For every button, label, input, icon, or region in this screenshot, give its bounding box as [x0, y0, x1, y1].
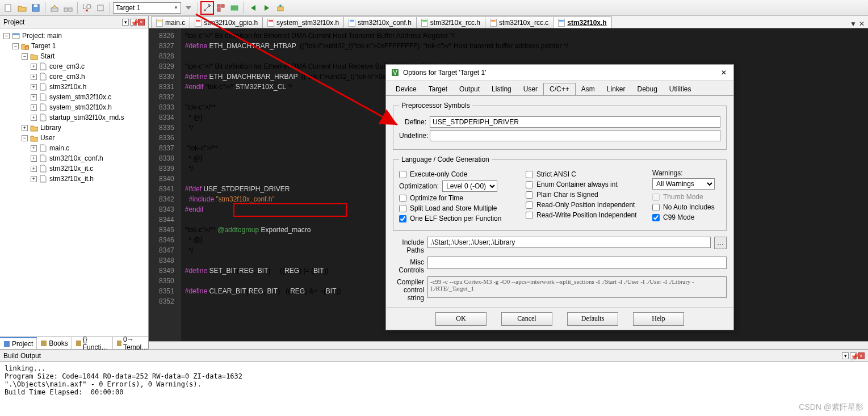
enum-int-checkbox[interactable] [526, 181, 533, 188]
pin-icon[interactable]: 📌 [850, 352, 857, 359]
tree-twist-icon[interactable]: + [31, 84, 37, 90]
build-output-text[interactable]: linking... Program Size: Code=1044 RO-da… [0, 362, 868, 409]
tree-root[interactable]: −Project: main [0, 31, 148, 41]
code-line[interactable]: #define ETH_DMACHTBAR_HTBAP (("tok-t">ui… [181, 41, 868, 51]
tree-twist-icon[interactable]: + [31, 166, 37, 172]
tree-file[interactable]: +system_stm32f10x.h [0, 102, 148, 112]
tree-group-library[interactable]: +Library [0, 123, 148, 133]
target-select[interactable]: Target 1▼ [113, 2, 181, 14]
close-icon[interactable]: ✕ [719, 68, 729, 78]
defaults-button[interactable]: Defaults [567, 312, 618, 326]
dialog-tab-user[interactable]: User [517, 83, 544, 95]
file-tab[interactable]: stm32f10x_conf.h [343, 16, 417, 28]
manage-icon[interactable] [215, 2, 227, 14]
rw-pi-checkbox[interactable] [526, 212, 533, 219]
one-elf-checkbox[interactable] [399, 215, 406, 222]
tree-file[interactable]: +core_cm3.h [0, 72, 148, 82]
bottom-tab[interactable]: Books [37, 337, 72, 349]
ro-pi-checkbox[interactable] [526, 201, 533, 209]
tree-twist-icon[interactable]: + [31, 94, 37, 100]
browse-include-button[interactable]: … [714, 237, 727, 249]
optimization-select[interactable]: Level 0 (-O0) [442, 180, 497, 192]
new-icon[interactable] [2, 2, 15, 14]
tree-twist-icon[interactable]: + [22, 125, 28, 131]
options-button[interactable] [201, 2, 213, 14]
tree-file[interactable]: +system_stm32f10x.c [0, 92, 148, 102]
dialog-tab-cc[interactable]: C/C++ [543, 83, 576, 95]
load-icon[interactable]: LOAD [81, 2, 93, 14]
dialog-titlebar[interactable]: V Options for Target 'Target 1' ✕ [386, 65, 733, 81]
editor-h-scrollbar[interactable] [149, 341, 868, 349]
tree-file[interactable]: +stm32f10x_it.h [0, 174, 148, 184]
plain-char-checkbox[interactable] [526, 191, 533, 199]
cancel-button[interactable]: Cancel [501, 312, 552, 326]
erase-icon[interactable] [94, 2, 107, 14]
code-line[interactable]: "tok-c">/* Bit definition for Ethernet D… [181, 31, 868, 41]
tree-target[interactable]: −Target 1 [0, 41, 148, 51]
bottom-tab[interactable]: {} Functi… [72, 337, 114, 349]
run-icon[interactable] [247, 2, 259, 14]
strict-ansi-checkbox[interactable] [526, 171, 533, 178]
dropdown-icon[interactable]: ▾ [842, 352, 849, 359]
file-tab[interactable]: stm32f10x_gpio.h [190, 16, 263, 28]
dialog-tab-utilities[interactable]: Utilities [663, 83, 698, 95]
tree-twist-icon[interactable]: + [31, 145, 37, 152]
rebuild-icon[interactable] [62, 2, 74, 14]
split-load-checkbox[interactable] [399, 205, 406, 212]
tree-twist-icon[interactable]: + [31, 74, 37, 80]
tree-file[interactable]: +stm32f10x_conf.h [0, 153, 148, 163]
c99-checkbox[interactable] [652, 214, 660, 221]
tree-twist-icon[interactable]: − [22, 53, 28, 60]
tree-file[interactable]: +core_cm3.c [0, 61, 148, 72]
dialog-tab-target[interactable]: Target [422, 83, 454, 95]
undefine-input[interactable] [430, 130, 720, 141]
file-tab[interactable]: system_stm32f10x.h [262, 16, 344, 28]
tree-twist-icon[interactable]: + [31, 156, 37, 162]
bottom-tab[interactable]: 0→ Templ… [113, 337, 154, 349]
debug-icon[interactable] [274, 2, 287, 14]
tree-twist-icon[interactable]: − [12, 43, 19, 49]
file-tab[interactable]: main.c [151, 16, 190, 28]
tree-twist-icon[interactable]: + [31, 176, 37, 182]
misc-controls-input[interactable] [427, 257, 727, 269]
close-icon[interactable]: ✕ [859, 20, 865, 28]
tree-twist-icon[interactable]: − [22, 135, 28, 141]
tree-twist-icon[interactable]: − [3, 33, 10, 39]
file-tab[interactable]: stm32f10x_rcc.c [485, 16, 553, 28]
tree-group-start[interactable]: −Start [0, 51, 148, 61]
exec-only-checkbox[interactable] [399, 171, 406, 178]
save-icon[interactable] [30, 2, 42, 14]
tree-file[interactable]: +stm32f10x_it.c [0, 163, 148, 174]
warnings-select[interactable]: All Warnings [652, 178, 715, 190]
close-icon[interactable]: × [858, 352, 865, 359]
tree-twist-icon[interactable]: + [31, 115, 37, 121]
tree-group-user[interactable]: −User [0, 133, 148, 143]
project-tree[interactable]: −Project: main−Target 1−Start+core_cm3.c… [0, 28, 148, 337]
close-icon[interactable]: × [138, 19, 145, 26]
dropdown-icon[interactable]: ▼ [850, 20, 857, 28]
define-input[interactable] [430, 116, 720, 128]
config-icon[interactable] [228, 2, 241, 14]
file-tab[interactable]: stm32f10x.h [553, 16, 611, 28]
tree-file[interactable]: +main.c [0, 143, 148, 153]
dialog-tab-asm[interactable]: Asm [575, 83, 601, 95]
ok-button[interactable]: OK [435, 312, 487, 326]
dialog-tab-debug[interactable]: Debug [631, 83, 663, 95]
include-paths-input[interactable] [427, 237, 711, 248]
no-auto-includes-checkbox[interactable] [652, 204, 660, 211]
tree-file[interactable]: +stm32f10x.h [0, 82, 148, 92]
dialog-tab-device[interactable]: Device [389, 83, 423, 95]
open-icon[interactable] [16, 2, 28, 14]
stop-icon[interactable] [261, 2, 273, 14]
file-tab[interactable]: stm32f10x_rcc.h [416, 16, 485, 28]
dialog-tab-listing[interactable]: Listing [485, 83, 518, 95]
code-line[interactable] [181, 51, 868, 61]
bottom-tab[interactable]: Project [0, 337, 37, 349]
tree-twist-icon[interactable]: + [31, 104, 37, 111]
tree-twist-icon[interactable]: + [31, 64, 37, 70]
dropdown-icon[interactable]: ▾ [122, 19, 129, 26]
target-combo-dropdown-icon[interactable] [182, 2, 195, 14]
pin-icon[interactable]: 📌 [130, 19, 137, 26]
opt-time-checkbox[interactable] [399, 195, 406, 202]
build-icon[interactable] [48, 2, 61, 14]
